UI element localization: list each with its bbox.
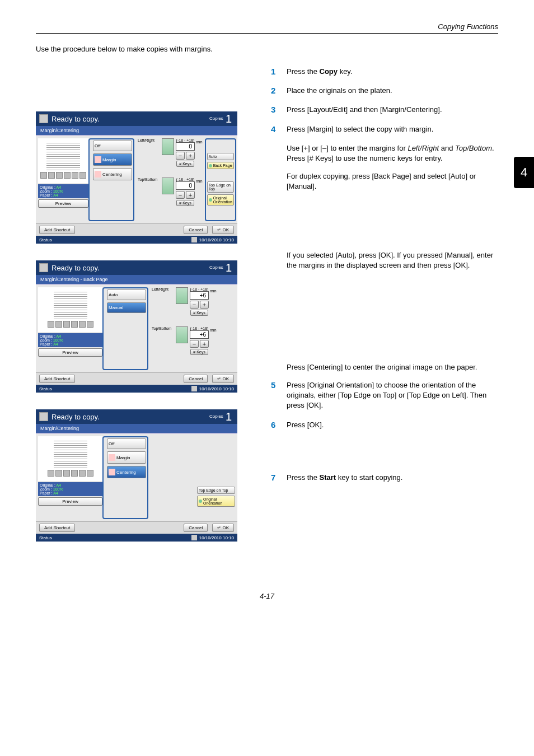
intro-text: Use the procedure below to make copies w… [36, 45, 498, 53]
mode-auto[interactable]: Auto [107, 290, 146, 300]
orientation-button[interactable]: Original Orientation [197, 496, 235, 507]
status-icon [191, 386, 197, 391]
tb-plus[interactable]: + [186, 191, 195, 199]
centering-icon [95, 171, 101, 178]
lr-value: 0 [176, 142, 195, 151]
top-bottom-label: Top/Bottom [138, 178, 160, 181]
lr-range: (-18 - +18) [190, 287, 209, 291]
status-icon [191, 535, 197, 540]
tb-numkeys[interactable]: # Keys [190, 349, 208, 355]
mode-manual[interactable]: Manual [107, 302, 146, 313]
mode-centering[interactable]: Centering [93, 168, 132, 180]
top-edge-button[interactable]: Top Edge on Top [197, 487, 235, 494]
preview-thumbnail [38, 436, 102, 481]
orientation-button[interactable]: Original Orientation [207, 194, 234, 206]
panel-title: Ready to copy. [51, 413, 209, 421]
cancel-button[interactable]: Cancel [184, 524, 208, 532]
chapter-tab: 4 [514, 157, 534, 188]
preview-button[interactable]: Preview [38, 497, 102, 506]
mode-margin[interactable]: Margin [107, 451, 146, 464]
indicator-dot [209, 164, 212, 167]
tb-icon [176, 326, 188, 343]
step-text-7: Press the Start key to start copying. [287, 473, 402, 483]
status-timestamp: 10/10/2010 10:10 [199, 237, 234, 242]
lr-minus[interactable]: − [176, 152, 185, 160]
cancel-button[interactable]: Cancel [184, 375, 208, 383]
indicator-dot [199, 500, 202, 503]
step-text-4a: Use [+] or [–] to enter the margins for … [287, 143, 498, 164]
step-number-1: 1 [271, 67, 287, 77]
copy-app-icon [39, 263, 48, 272]
status-icon [191, 237, 197, 242]
copy-app-icon [39, 412, 48, 421]
ok-button[interactable]: ↵ OK [212, 375, 234, 383]
lr-plus[interactable]: + [186, 152, 195, 160]
mm-label: mm [196, 140, 203, 144]
mode-off[interactable]: Off [107, 438, 146, 449]
panel-subtitle: Margin/Centering [36, 126, 237, 135]
step-text-4b: For duplex copying, press [Back Page] an… [287, 171, 498, 192]
panel-subtitle: Margin/Centering - Back Page [36, 275, 237, 284]
lr-minus[interactable]: − [190, 301, 199, 309]
preview-button[interactable]: Preview [38, 348, 102, 357]
back-page-button[interactable]: Back Page [207, 162, 234, 169]
mm-label: mm [210, 289, 217, 293]
left-right-label: Left/Right [138, 138, 160, 142]
copies-value: 1 [226, 410, 232, 423]
tb-value: 0 [176, 181, 195, 190]
preview-info: Original : A4 Zoom : 100% Paper : A4 [38, 482, 102, 496]
mode-centering[interactable]: Centering [107, 466, 146, 478]
tb-range: (-18 - +18) [190, 326, 209, 330]
mm-label2: mm [196, 179, 203, 183]
copies-label: Copies [209, 265, 223, 270]
step-number-3: 3 [271, 105, 287, 115]
lr-plus[interactable]: + [200, 301, 209, 309]
step-number-4: 4 [271, 124, 287, 134]
preview-info: Original : A4 Zoom : 100% Paper : A4 [38, 333, 102, 347]
auto-button[interactable]: Auto [207, 153, 234, 160]
status-label: Status [39, 535, 52, 540]
page-number: 4-17 [36, 592, 498, 600]
panel-subtitle: Margin/Centering [36, 424, 237, 433]
step-text-2: Place the originals on the platen. [287, 86, 392, 96]
copies-value: 1 [226, 113, 232, 125]
status-label: Status [39, 237, 52, 242]
lr-range: (-18 - +18) [176, 138, 195, 142]
preview-info: Original : A4 Zoom : 100% Paper : A4 [38, 184, 88, 198]
preview-button[interactable]: Preview [38, 199, 88, 208]
add-shortcut-button[interactable]: Add Shortcut [39, 226, 75, 234]
screenshot-back-page: Ready to copy. Copies 1 Margin/Centering… [36, 260, 237, 393]
mode-off[interactable]: Off [93, 141, 132, 151]
screenshot-margin: Ready to copy. Copies 1 Margin/Centering… [36, 111, 237, 244]
step-text-4: Press [Margin] to select the copy with m… [287, 124, 433, 134]
ok-button[interactable]: ↵ OK [212, 226, 234, 234]
left-right-label: Left/Right [152, 287, 174, 291]
copies-value: 1 [226, 262, 232, 274]
copies-label: Copies [209, 116, 223, 121]
status-timestamp: 10/10/2010 10:10 [199, 535, 234, 540]
step-text-1: Press the Copy key. [287, 67, 353, 77]
ok-button[interactable]: ↵ OK [212, 524, 234, 532]
mode-margin[interactable]: Margin [93, 153, 132, 166]
cancel-button[interactable]: Cancel [184, 226, 208, 234]
tb-plus[interactable]: + [200, 340, 209, 348]
lr-numkeys[interactable]: # Keys [176, 161, 194, 167]
step-number-2: 2 [271, 86, 287, 96]
lr-value: +6 [190, 291, 209, 300]
tb-minus[interactable]: − [176, 191, 185, 199]
copy-app-icon [39, 114, 48, 123]
lr-icon [162, 138, 174, 155]
tb-numkeys[interactable]: # Keys [176, 200, 194, 206]
add-shortcut-button[interactable]: Add Shortcut [39, 524, 75, 532]
copies-label: Copies [209, 414, 223, 419]
step-text-3: Press [Layout/Edit] and then [Margin/Cen… [287, 105, 442, 115]
preview-thumbnail [38, 138, 88, 183]
top-edge-button[interactable]: Top Edge on Top [207, 181, 234, 193]
lr-icon [176, 287, 188, 304]
add-shortcut-button[interactable]: Add Shortcut [39, 375, 75, 383]
tb-minus[interactable]: − [190, 340, 199, 348]
lr-numkeys[interactable]: # Keys [190, 310, 208, 316]
mm-label2: mm [210, 328, 217, 332]
step-text-5: Press [Original Orientation] to choose t… [287, 380, 498, 411]
indicator-dot [209, 198, 212, 202]
